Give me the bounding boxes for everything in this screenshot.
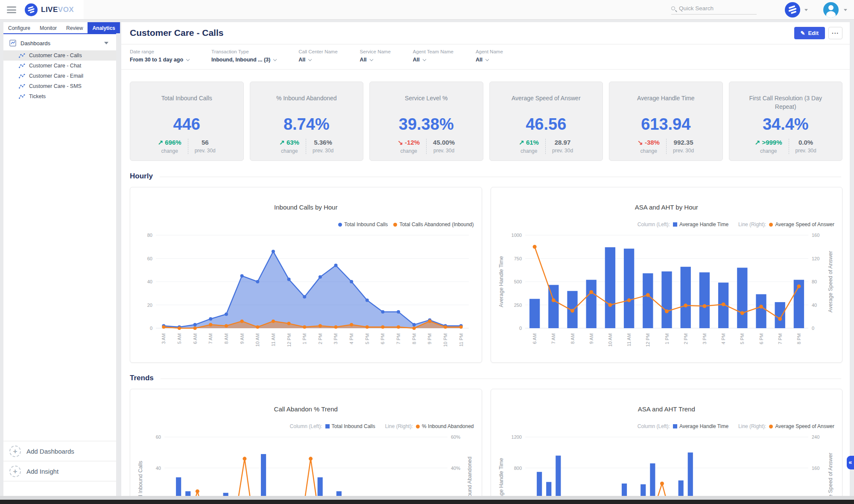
filter-agent-team-name[interactable]: Agent Team Name All bbox=[413, 49, 453, 63]
svg-text:Average Handle Time: Average Handle Time bbox=[498, 256, 504, 307]
chart-card-call-abandon-trend: Call Abandon % Trend Column (Left):Total… bbox=[130, 389, 482, 496]
svg-text:3 AM: 3 AM bbox=[161, 333, 166, 344]
kpi-change: >999% bbox=[762, 139, 782, 146]
edit-label: Edit bbox=[808, 30, 819, 36]
kpi-value: 39.38% bbox=[370, 115, 483, 134]
svg-text:0: 0 bbox=[519, 326, 521, 331]
kpi-prev: 992.35 bbox=[674, 139, 693, 146]
sidebar-item-customer-care-calls[interactable]: Customer Care - Calls bbox=[3, 50, 116, 61]
svg-text:8 AM: 8 AM bbox=[224, 333, 229, 344]
svg-text:160: 160 bbox=[812, 466, 819, 471]
kpi-change-label: change bbox=[519, 148, 539, 154]
chart-title: ASA and AHT Trend bbox=[491, 389, 842, 413]
chevron-down-icon bbox=[485, 58, 489, 61]
tab-review[interactable]: Review bbox=[61, 22, 88, 33]
svg-text:10 AM: 10 AM bbox=[255, 333, 260, 347]
kpi-prev: 56 bbox=[202, 139, 209, 146]
tab-configure[interactable]: Configure bbox=[3, 22, 35, 33]
trend-arrow-icon: ↗ bbox=[519, 139, 524, 146]
dashboards-label: Dashboards bbox=[20, 40, 100, 47]
sidebar-item-customer-care-sms[interactable]: Customer Care - SMS bbox=[3, 81, 116, 91]
more-options-button[interactable]: ··· bbox=[828, 27, 842, 39]
edit-button[interactable]: ✎ Edit bbox=[794, 27, 825, 39]
legend-line-label: Line (Right): bbox=[738, 221, 766, 227]
svg-text:0: 0 bbox=[150, 326, 152, 331]
kpi-prev: 45.00% bbox=[433, 139, 455, 146]
legend-swatch bbox=[338, 223, 342, 227]
filter-date-range[interactable]: Date range From 30 to 1 day ago bbox=[130, 49, 189, 63]
page-title: Customer Care - Calls bbox=[130, 28, 223, 38]
svg-text:7 PM: 7 PM bbox=[777, 333, 782, 344]
chart-canvas: 02040600%20%40%60%Total Inbound Calls% I… bbox=[136, 434, 476, 496]
svg-text:12 PM: 12 PM bbox=[645, 333, 650, 347]
kpi-prev-label: prev. 30d bbox=[552, 148, 573, 154]
sidebar-item-customer-care-email[interactable]: Customer Care - Email bbox=[3, 71, 116, 81]
quick-search[interactable]: Quick Search bbox=[671, 5, 757, 15]
collapse-caret-icon[interactable] bbox=[104, 42, 108, 44]
svg-text:9 AM: 9 AM bbox=[240, 333, 245, 344]
legend-line-label: Line (Right): bbox=[385, 423, 413, 429]
kpi-title: Average Handle Time bbox=[609, 94, 722, 102]
brand-live: LIVE bbox=[41, 6, 58, 14]
svg-text:5 AM: 5 AM bbox=[177, 333, 182, 344]
legend-item: % Inbound Abandoned bbox=[416, 423, 474, 429]
user-avatar[interactable] bbox=[823, 2, 839, 17]
tab-analytics[interactable]: Analytics bbox=[88, 22, 120, 33]
svg-text:7 AM: 7 AM bbox=[208, 333, 213, 344]
svg-text:11 AM: 11 AM bbox=[271, 333, 276, 346]
sidebar-item-customer-care-chat[interactable]: Customer Care - Chat bbox=[3, 61, 116, 71]
legend-item: Total Calls Abandoned (Inbound) bbox=[393, 221, 474, 227]
plus-icon: + bbox=[9, 446, 21, 457]
svg-text:750: 750 bbox=[514, 256, 521, 261]
legend-item: Total Inbound Calls bbox=[338, 221, 388, 227]
svg-text:80: 80 bbox=[812, 279, 817, 284]
tab-monitor[interactable]: Monitor bbox=[35, 22, 61, 33]
svg-text:Average Speed of Answer: Average Speed of Answer bbox=[828, 453, 834, 496]
svg-text:Average Handle Time: Average Handle Time bbox=[498, 458, 504, 496]
filter-service-name[interactable]: Service Name All bbox=[360, 49, 391, 63]
add-insight-button[interactable]: + Add Insight bbox=[3, 461, 116, 481]
kpi-card-first-call-resolution: First Call Resolution (3 Day Repeat) 34.… bbox=[729, 82, 843, 161]
svg-text:1200: 1200 bbox=[511, 434, 521, 440]
svg-text:5 PM: 5 PM bbox=[365, 333, 370, 344]
org-avatar-icon bbox=[785, 2, 800, 17]
menu-icon[interactable] bbox=[7, 6, 16, 13]
svg-text:8 AM: 8 AM bbox=[570, 333, 575, 344]
svg-text:11 PM: 11 PM bbox=[459, 333, 464, 347]
svg-text:0: 0 bbox=[812, 326, 814, 331]
svg-text:Average Speed of Answer: Average Speed of Answer bbox=[828, 251, 834, 312]
user-avatar-caret-icon[interactable] bbox=[844, 9, 847, 11]
org-avatar-caret-icon[interactable] bbox=[804, 9, 808, 11]
svg-text:4 PM: 4 PM bbox=[349, 333, 354, 344]
user-icon bbox=[828, 5, 834, 10]
add-dashboards-button[interactable]: + Add Dashboards bbox=[3, 441, 116, 461]
sidebar-footer: + Add Dashboards + Add Insight bbox=[3, 441, 116, 496]
filter-transaction-type[interactable]: Transaction Type Inbound, Inbound ... (3… bbox=[211, 49, 276, 63]
dashboard-item-icon bbox=[19, 53, 25, 58]
dashboard-item-icon bbox=[19, 64, 25, 68]
kpi-change: -12% bbox=[405, 139, 420, 146]
sidebar-item-tickets[interactable]: Tickets bbox=[3, 91, 116, 102]
svg-text:3 PM: 3 PM bbox=[702, 333, 707, 344]
kpi-card-average-handle-time: Average Handle Time 613.94 ↘-38%change 9… bbox=[609, 82, 723, 161]
svg-text:11 AM: 11 AM bbox=[626, 333, 632, 346]
org-avatar[interactable] bbox=[785, 2, 800, 17]
svg-text:60%: 60% bbox=[451, 434, 460, 440]
filter-agent-name[interactable]: Agent Name All bbox=[476, 49, 503, 63]
legend-swatch bbox=[769, 223, 773, 227]
chart-canvas: 0204060803 AM5 AM6 AM7 AM8 AM9 AM10 AM11… bbox=[136, 233, 476, 356]
chart-card-asa-aht-trend: ASA and AHT Trend Column (Left):Average … bbox=[491, 389, 843, 496]
kpi-prev-label: prev. 30d bbox=[433, 148, 455, 154]
window-edge bbox=[0, 496, 854, 500]
kpi-value: 613.94 bbox=[609, 115, 722, 134]
legend-swatch bbox=[325, 424, 330, 428]
dashboards-tree-header[interactable]: Dashboards bbox=[3, 34, 116, 50]
filter-call-center-name[interactable]: Call Center Name All bbox=[298, 49, 337, 63]
kpi-prev-label: prev. 30d bbox=[195, 148, 216, 154]
dashboard-item-icon bbox=[19, 84, 25, 89]
sidebar-item-label: Customer Care - SMS bbox=[29, 83, 82, 89]
chart-card-asa-aht-by-hour: ASA and AHT by Hour Column (Left):Averag… bbox=[491, 187, 843, 363]
trend-arrow-icon: ↗ bbox=[279, 139, 285, 146]
panel-toggle-tab[interactable]: « bbox=[847, 456, 854, 469]
sidebar-item-label: Customer Care - Email bbox=[29, 73, 83, 79]
